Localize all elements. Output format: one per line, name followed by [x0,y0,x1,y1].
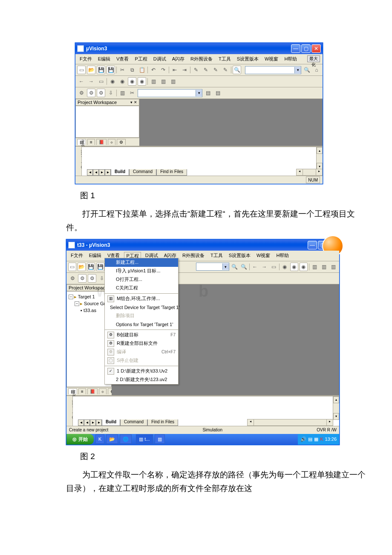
menu-edit[interactable]: E编辑 [87,252,103,260]
task-item[interactable]: 🌐 [120,434,132,444]
menu-help[interactable]: H帮助 [282,55,299,63]
bookmark-icon[interactable]: ✎ [192,66,200,74]
arrow-left-icon[interactable]: ← [251,263,259,271]
pw-tab[interactable]: ≡ [87,139,95,145]
nav-icon[interactable]: ▭ [270,263,278,271]
option-icon[interactable]: ⚙ [88,274,96,283]
menu-options[interactable]: Options for Target 'Target 1' [105,320,178,329]
tree-group[interactable]: −▸ Source Gro [69,300,110,307]
menu-tools[interactable]: T工具 [209,252,225,260]
debug-stop-icon[interactable]: ◉ [118,77,127,86]
project-workspace-title[interactable]: Project Workspace▾ ✕ [75,99,139,106]
peripheral-icon[interactable]: ▤ [213,89,222,97]
save-icon[interactable]: 💾 [87,263,95,271]
open-file-icon[interactable]: 📂 [87,66,95,74]
out-tab-find[interactable]: Find in Files [147,419,178,426]
tray-icon[interactable]: ▦ [314,436,318,442]
nav-icon[interactable]: ▭ [97,77,105,86]
copy-icon[interactable]: ⧉ [128,66,136,74]
tray-icon[interactable]: ▤ [308,436,312,442]
tray-icon[interactable]: 🔊 [300,436,306,442]
menu-edit[interactable]: E编辑 [96,55,112,63]
output-scroll-h[interactable]: ◂▸ [296,169,323,176]
arrow-right-icon[interactable]: → [260,263,268,271]
indent-left-icon[interactable]: ⇤ [170,66,179,74]
menu-project[interactable]: P工程 [133,55,149,63]
build-icon[interactable]: ⚙ [68,274,77,283]
taskbar[interactable]: ◎开始 K 📂 🌐 ▥ t... ▥ 🔊 ▤ ▦ K 13:26 [66,434,339,445]
option-icon[interactable]: ⚙ [97,89,105,97]
menu-file[interactable]: F文件 [69,252,85,260]
out-tab-build[interactable]: Build [102,419,120,426]
find-in-files-icon[interactable]: 🔍 [303,66,311,74]
task-item-active[interactable]: ▥ t... [136,434,153,444]
menu-help[interactable]: H帮助 [274,252,291,260]
output-tabs[interactable]: ◂◂▸▸ Build Command Find in Files [87,169,187,176]
output-tabs[interactable]: ◂◂▸▸ Build Command Find in Files [78,419,178,426]
pw-tab[interactable]: ≡ [78,388,86,394]
rebuild-icon[interactable]: ⚙ [78,274,86,283]
pw-tab[interactable]: 📕 [96,139,107,145]
menu-tools[interactable]: T工具 [217,55,233,63]
menu-bar[interactable]: F文件 E编辑 V查看 P工程 D调试 A闪存 R外围设备 T工具 S设置版本 … [75,54,323,64]
menu-recent-1[interactable]: ✓1 D:\新建文件夹\t33.Uv2 [105,367,178,376]
tb-icon[interactable]: ▥ [311,263,319,271]
arrow-left-icon[interactable]: ← [77,77,86,86]
output-scroll-v[interactable]: ▴▾ [333,396,339,420]
menu-bar[interactable]: F文件 E编辑 V查看 P工程 D调试 A闪存 R外围设备 T工具 S设置版本 … [66,251,339,261]
output-tab-label[interactable]: Output Window [66,396,73,426]
tree-file[interactable]: ▪ t33.as [69,307,110,314]
find-combo[interactable]: ▾ [196,263,229,271]
menu-flash[interactable]: A闪存 [170,55,186,63]
start-button[interactable]: ◎开始 [66,434,94,445]
redo-icon[interactable]: ↷ [159,66,167,74]
pw-tab[interactable]: 📕 [87,388,98,394]
find-icon[interactable]: 🔍 [233,66,241,74]
menu-new-project[interactable]: 新建工程... [105,258,178,267]
find-combo[interactable]: ▾ [245,66,301,74]
new-file-icon[interactable]: ▭ [68,263,76,271]
minimize-button[interactable]: — [291,44,300,53]
chevron-down-icon[interactable]: ▾ [196,90,202,96]
minimize-button[interactable]: — [308,241,317,249]
out-tab-command[interactable]: Command [120,419,147,426]
bookmark-clear-icon[interactable]: ✎ [221,66,230,74]
bookmark-prev-icon[interactable]: ✎ [202,66,210,74]
maximize-button[interactable]: ▢ [301,44,311,53]
arrow-right-icon[interactable]: → [87,77,95,86]
tb-icon[interactable]: ▥ [169,77,177,86]
tree-target[interactable]: −▸ Target 1 [69,293,110,300]
close-button[interactable]: ✕ [311,44,321,53]
pw-tab[interactable]: ⚙ [117,139,126,145]
tb-icon[interactable]: ▥ [320,263,328,271]
breakpoint-icon[interactable]: ◉ [290,263,298,271]
pw-tab[interactable]: ⟐ [108,139,115,145]
tb-icon[interactable]: ▥ [149,77,158,86]
titlebar[interactable]: µVision3 — ▢ ✕ [75,43,323,54]
find-icon[interactable]: 🔍 [240,263,248,271]
output-tab-label[interactable]: Output Window [75,147,82,176]
breakpoint2-icon[interactable]: ◉ [300,263,308,271]
cut-icon[interactable]: ✂ [118,66,127,74]
out-tab-find[interactable]: Find in Files [156,169,187,176]
output-window[interactable]: ◂◂▸▸ Build Command Find in Files ▴▾ ◂▸ [73,396,339,426]
output-scroll-h[interactable]: ◂▸ [247,419,333,426]
tb-icon[interactable]: ▥ [118,89,127,97]
tb-icon[interactable]: ✂ [128,89,136,97]
menu-periph[interactable]: R外围设备 [189,55,214,63]
menu-debug[interactable]: D调试 [152,55,168,63]
output-window[interactable]: ◂◂▸▸ Build Command Find in Files ▴▾ ◂▸ [82,147,323,176]
toolbar-1[interactable]: ▭ 📂 💾 💾 ✂ ⧉ 📋 ↶ ↷ ⇤ ⇥ ✎ ✎ ✎ ✎ 🔍 ▾ 🔍 ⌂ [75,64,323,76]
save-all-icon[interactable]: 💾 [96,263,104,271]
peripheral-icon[interactable]: ▤ [204,89,212,97]
menu-periph[interactable]: R外围设备 [181,252,206,260]
menu-window[interactable]: W视窗 [255,252,272,260]
system-tray[interactable]: 🔊 ▤ ▦ K 13:26 [298,434,339,445]
max-child-button[interactable]: 最大化 [307,55,320,62]
menu-select-device[interactable]: Select Device for Target 'Target 1' [105,303,178,312]
tb-icon[interactable]: ▥ [159,77,167,86]
menu-build-target[interactable]: ⚙B创建目标F7 [105,331,178,339]
pw-tab[interactable]: ⟐ [99,388,107,394]
menu-components[interactable]: ▥M组合,环境,工作簿... [105,295,178,303]
toolbar-2[interactable]: ← → ▭ ◉ ◉ ◉ ◉ ▥ ▥ ▥ [75,76,323,87]
